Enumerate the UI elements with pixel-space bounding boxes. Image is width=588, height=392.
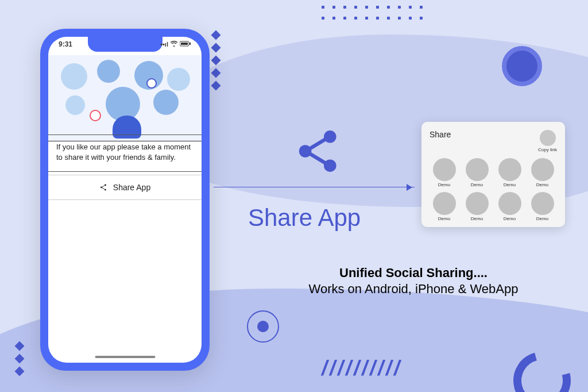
share-target-label: Demo bbox=[536, 216, 548, 221]
svg-rect-1 bbox=[189, 43, 191, 45]
share-target-label: Demo bbox=[471, 182, 483, 187]
share-icon bbox=[99, 183, 107, 191]
share-target[interactable]: Demo bbox=[495, 192, 524, 221]
share-target-label: Demo bbox=[438, 216, 450, 221]
share-target[interactable]: Demo bbox=[462, 192, 492, 221]
page-title: Share App bbox=[248, 204, 361, 232]
share-target-label: Demo bbox=[504, 216, 516, 221]
share-target-label: Demo bbox=[536, 182, 548, 187]
caption: Unified Social Sharing.... Works on Andr… bbox=[270, 266, 557, 297]
share-target[interactable]: Demo bbox=[462, 158, 492, 187]
caption-line-1: Unified Social Sharing.... bbox=[270, 266, 557, 280]
app-icon bbox=[531, 158, 554, 181]
status-time: 9:31 bbox=[59, 40, 72, 48]
share-app-button[interactable]: Share App bbox=[48, 175, 202, 200]
app-icon bbox=[433, 158, 456, 181]
share-target[interactable]: Demo bbox=[528, 192, 557, 221]
caption-line-2: Works on Android, iPhone & WebApp bbox=[270, 282, 557, 297]
share-target-label: Demo bbox=[471, 216, 483, 221]
wifi-icon bbox=[171, 41, 177, 48]
phone-screen: 9:31 ••ıl If you like our app p bbox=[48, 37, 202, 363]
share-target[interactable]: Demo bbox=[430, 158, 459, 187]
hero-illustration bbox=[48, 55, 202, 141]
app-icon bbox=[498, 158, 521, 181]
share-target-label: Demo bbox=[504, 182, 516, 187]
share-target[interactable]: Demo bbox=[495, 158, 524, 187]
diamonds-deco-top bbox=[212, 32, 219, 89]
app-icon bbox=[466, 192, 489, 215]
dot-grid-deco bbox=[322, 6, 423, 20]
copy-link-icon bbox=[540, 130, 556, 146]
share-prompt-text: If you like our app please take a moment… bbox=[48, 134, 202, 172]
share-target[interactable]: Demo bbox=[528, 158, 557, 187]
share-target-grid: Demo Demo Demo Demo Demo Demo Demo Demo bbox=[430, 158, 557, 221]
signal-icon: ••ıl bbox=[160, 41, 168, 48]
home-indicator bbox=[95, 356, 155, 358]
copy-link-label: Copy link bbox=[538, 147, 557, 152]
copy-link-button[interactable]: Copy link bbox=[538, 130, 557, 152]
ring-deco bbox=[247, 310, 279, 343]
status-icons: ••ıl bbox=[160, 41, 191, 48]
circle-deco bbox=[502, 46, 542, 86]
app-icon bbox=[466, 158, 489, 181]
share-icon-large bbox=[293, 125, 345, 179]
share-sheet-heading: Share bbox=[430, 130, 451, 139]
app-icon bbox=[498, 192, 521, 215]
share-target[interactable]: Demo bbox=[430, 192, 459, 221]
share-sheet: Share Copy link Demo Demo Demo Demo Demo… bbox=[421, 122, 565, 227]
battery-icon bbox=[180, 41, 191, 48]
app-icon bbox=[531, 192, 554, 215]
status-bar: 9:31 ••ıl bbox=[48, 40, 202, 48]
flow-arrow bbox=[214, 187, 415, 188]
share-app-button-label: Share App bbox=[113, 183, 150, 192]
app-icon bbox=[433, 192, 456, 215]
phone-mockup: 9:31 ••ıl If you like our app p bbox=[40, 29, 210, 371]
diamonds-deco-bottom bbox=[16, 343, 23, 375]
share-target-label: Demo bbox=[438, 182, 450, 187]
slashes-deco: ////////// bbox=[322, 356, 402, 381]
svg-rect-2 bbox=[181, 43, 188, 45]
